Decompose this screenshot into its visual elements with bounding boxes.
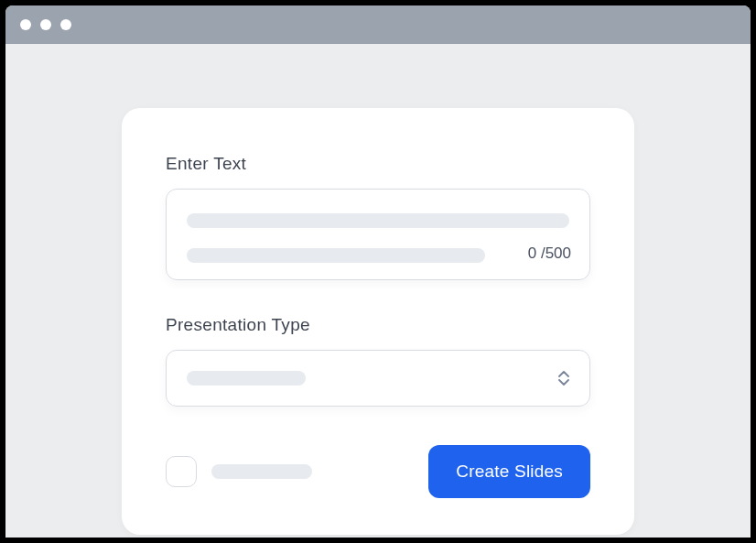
character-counter: 0 /500	[528, 244, 571, 263]
chevron-up-down-icon	[558, 371, 569, 386]
text-input[interactable]: 0 /500	[166, 189, 590, 280]
text-placeholder-line	[187, 213, 569, 228]
checkbox-label-placeholder	[211, 464, 312, 479]
window-control-close[interactable]	[20, 19, 31, 30]
window-title-bar	[5, 5, 751, 44]
form-footer: Create Slides	[166, 445, 590, 498]
select-placeholder	[187, 371, 306, 386]
window-control-maximize[interactable]	[60, 19, 71, 30]
window-control-minimize[interactable]	[40, 19, 51, 30]
option-checkbox[interactable]	[166, 456, 197, 487]
create-slides-button[interactable]: Create Slides	[428, 445, 590, 498]
form-card: Enter Text 0 /500 Presentation Type	[122, 108, 634, 535]
enter-text-label: Enter Text	[166, 154, 590, 174]
content-area: Enter Text 0 /500 Presentation Type	[5, 44, 751, 535]
text-placeholder-line	[187, 248, 485, 263]
presentation-type-select[interactable]	[166, 350, 590, 407]
presentation-type-label: Presentation Type	[166, 315, 590, 335]
browser-window: Enter Text 0 /500 Presentation Type	[5, 5, 751, 538]
checkbox-option	[166, 456, 312, 487]
